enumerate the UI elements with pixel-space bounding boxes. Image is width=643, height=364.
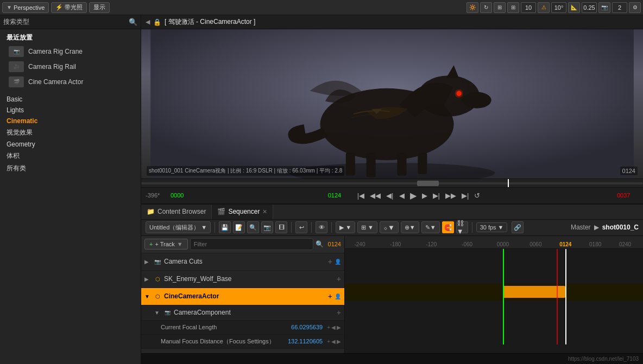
- fps-display[interactable]: 30 fps ▼: [476, 222, 508, 232]
- camera-cuts-options[interactable]: 👤: [335, 259, 341, 265]
- timeline-area[interactable]: -240 -180 -120 -060 0000 0060 0124 0180 …: [345, 236, 643, 354]
- next-key-btn[interactable]: ▶▶: [444, 191, 457, 200]
- viewport-header: ◀ 🔒 [ 驾驶激活 - CineCameraActor ]: [141, 15, 643, 29]
- undo-btn[interactable]: ↩: [295, 221, 307, 233]
- tl-focus-distance: [345, 330, 643, 344]
- expand-icon-btn[interactable]: ⊞: [494, 2, 506, 13]
- camera-component-track[interactable]: ▼ 📷 CameraComponent +: [141, 305, 344, 321]
- render-btn[interactable]: 🎞: [275, 221, 287, 233]
- frame-indicator: 0124: [328, 241, 341, 247]
- view-mode-btn[interactable]: ⊞▼: [357, 221, 377, 233]
- save-btn[interactable]: 💾: [219, 221, 231, 233]
- snap-seq-btn[interactable]: ⊕▼: [401, 221, 419, 233]
- camera-icon-btn[interactable]: 📷: [598, 2, 610, 13]
- save-as-btn[interactable]: 📝: [233, 221, 245, 233]
- angle-value: 10°: [551, 2, 566, 13]
- sidebar-item-cine-camera[interactable]: 🎬 Cine Camera Actor: [0, 74, 141, 90]
- perspective-dropdown[interactable]: ▼ Perspective: [2, 2, 49, 13]
- plus-icon: +: [149, 241, 153, 247]
- tl-cine-camera: [345, 284, 643, 301]
- settings-icon-btn[interactable]: ⚙: [629, 2, 641, 13]
- focal-prev-key[interactable]: ◀: [331, 324, 336, 330]
- magnet-btn[interactable]: 🧲: [442, 221, 454, 233]
- next-step-btn[interactable]: ▶: [421, 191, 428, 200]
- add-track-label: + Track: [155, 241, 174, 247]
- sidebar-item-recent[interactable]: 最近放置: [0, 31, 141, 44]
- viewport-container[interactable]: shot0010_001 CineCamera视角 | 比例 : 16:9 DS…: [141, 29, 643, 178]
- camera-cuts-track[interactable]: ▶ 📷 Camera Cuts + 👤: [141, 253, 344, 271]
- content-browser-label: Content Browser: [157, 208, 206, 215]
- cine-camera-actor-track[interactable]: ▼ ⬡ CineCameraActor + 👤: [141, 288, 344, 305]
- play-seq-btn[interactable]: ▶▼: [336, 221, 355, 233]
- camera-seq-btn[interactable]: 📷: [261, 221, 273, 233]
- warning-icon-btn[interactable]: ⚠: [538, 2, 550, 13]
- play-btn[interactable]: ▶: [409, 190, 418, 201]
- scene-icon-btn[interactable]: 🔆: [467, 2, 478, 13]
- eye-btn[interactable]: 👁: [316, 221, 327, 233]
- prev-frame-btn[interactable]: ◀|: [385, 191, 394, 200]
- timeline-scrubber[interactable]: [141, 178, 643, 187]
- transform-btn[interactable]: ⬦▼: [380, 221, 399, 233]
- nav-arrow[interactable]: ◀: [146, 18, 150, 25]
- master-label: Master: [571, 223, 591, 231]
- sidebar-item-basic[interactable]: Basic: [0, 94, 141, 105]
- tl-camera-component: [345, 301, 643, 316]
- next-frame-btn[interactable]: ▶|: [432, 191, 441, 200]
- sidebar-item-cinematic[interactable]: Cinematic: [0, 116, 141, 126]
- prev-step-btn[interactable]: ◀: [398, 191, 406, 200]
- focus-add-key[interactable]: +: [327, 339, 330, 344]
- focus-next-key[interactable]: ▶: [337, 339, 341, 344]
- track-search-input[interactable]: [190, 238, 313, 250]
- fps-chevron: ▼: [498, 224, 504, 231]
- untitled-dropdown[interactable]: Untitled（编辑器） ▼: [146, 221, 211, 233]
- step-back-btn[interactable]: |◀: [356, 191, 365, 200]
- grid-icon-btn[interactable]: ⊞: [507, 2, 519, 13]
- sidebar-item-camera-rig-crane[interactable]: 📷 Camera Rig Crane: [0, 44, 141, 59]
- camera-rig-crane-icon: 📷: [9, 46, 24, 57]
- dropdown-chevron: ▼: [201, 224, 207, 231]
- sidebar-item-camera-rig-rail[interactable]: 🎥 Camera Rig Rail: [0, 59, 141, 74]
- sk-enemy-track[interactable]: ▶ ⬡ SK_Enemy_Wolf_Base +: [141, 271, 344, 288]
- step-forward-btn[interactable]: ▶|: [461, 191, 470, 200]
- expand-icon: ▶: [144, 259, 151, 265]
- cine-camera-options[interactable]: 👤: [335, 293, 341, 299]
- sidebar-item-all[interactable]: 所有类: [0, 162, 141, 175]
- sidebar-item-lights[interactable]: Lights: [0, 105, 141, 116]
- track-list: + + Track ▼ 🔍 0124 ▶ 📷 Camera Cuts +: [141, 236, 345, 354]
- breadcrumb-btn[interactable]: 🔗: [512, 221, 524, 233]
- tab-sequencer[interactable]: 🎬 Sequencer ✕: [212, 205, 273, 219]
- expand-icon-2: ▶: [144, 276, 151, 282]
- focal-add-key[interactable]: +: [327, 324, 330, 330]
- sk-enemy-add[interactable]: +: [337, 274, 341, 283]
- sidebar-item-geometry[interactable]: Geometry: [0, 139, 141, 150]
- show-btn[interactable]: 显示: [89, 2, 110, 13]
- snap-icon-btn[interactable]: 📐: [568, 2, 580, 13]
- track-search-icon[interactable]: 🔍: [316, 240, 324, 248]
- lock-icon[interactable]: 🔒: [153, 18, 161, 26]
- chain-btn[interactable]: ⛓▼: [456, 221, 468, 233]
- lit-btn[interactable]: ⚡ 带光照: [51, 2, 87, 13]
- search-label: 搜索类型: [3, 17, 127, 27]
- search-seq-btn[interactable]: 🔍: [247, 221, 259, 233]
- prev-key-btn[interactable]: ◀◀: [369, 191, 382, 200]
- tl-sk-enemy: [345, 266, 643, 284]
- rotate-icon-btn[interactable]: ↻: [480, 2, 492, 13]
- cine-camera-add[interactable]: +: [328, 292, 332, 301]
- track-list-header: + + Track ▼ 🔍 0124: [141, 236, 344, 253]
- fps-label: 30 fps: [480, 224, 496, 231]
- camera-cuts-add[interactable]: +: [328, 257, 332, 266]
- sequencer-toolbar: Untitled（编辑器） ▼ 💾 📝 🔍 📷 🎞 ↩ 👁 ▶▼ ⊞▼ ⬦▼: [141, 220, 643, 236]
- timeline-tracks: [345, 249, 643, 344]
- search-icon[interactable]: 🔍: [129, 18, 137, 26]
- sidebar-item-visual[interactable]: 视觉效果: [0, 126, 141, 139]
- add-track-button[interactable]: + + Track ▼: [144, 239, 188, 250]
- focal-next-key[interactable]: ▶: [337, 324, 341, 330]
- camera-component-add[interactable]: +: [337, 308, 341, 317]
- sidebar-item-volume[interactable]: 体积: [0, 150, 141, 162]
- tab-close-icon[interactable]: ✕: [262, 208, 267, 215]
- loop-btn[interactable]: ↺: [473, 191, 481, 200]
- key-btn[interactable]: ✎▼: [421, 221, 440, 233]
- tab-content-browser[interactable]: 📁 Content Browser: [141, 205, 212, 219]
- focus-prev-key[interactable]: ◀: [331, 339, 336, 344]
- add-track-chevron: ▼: [177, 241, 183, 247]
